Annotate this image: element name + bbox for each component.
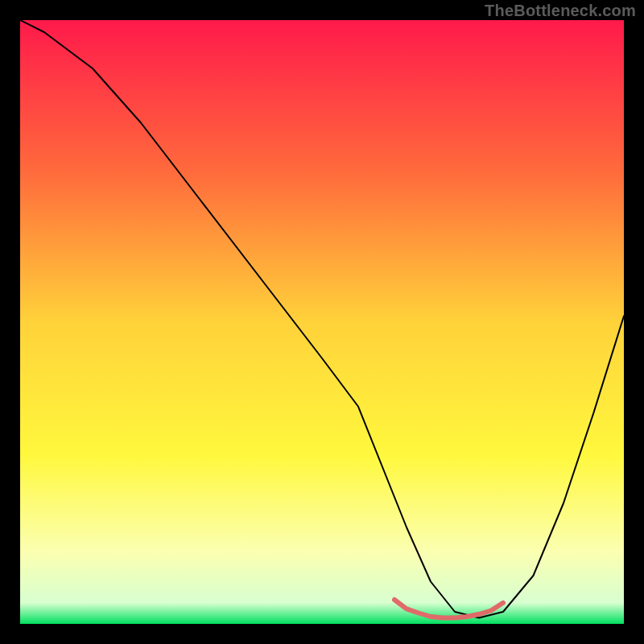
watermark-text: TheBottleneck.com — [485, 2, 636, 20]
chart-frame: TheBottleneck.com — [0, 0, 644, 644]
plot-area — [20, 20, 624, 624]
chart-background — [20, 20, 624, 624]
chart-svg — [20, 20, 624, 624]
